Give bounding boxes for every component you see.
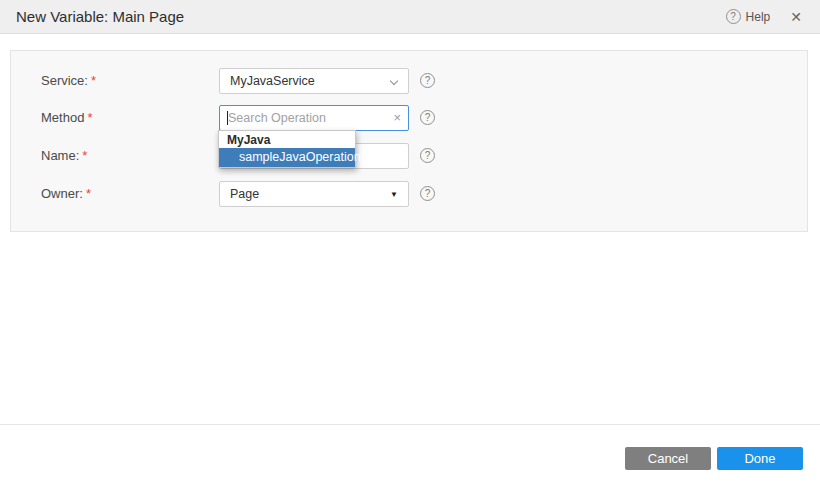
cancel-button[interactable]: Cancel xyxy=(625,447,711,470)
name-help-icon[interactable]: ? xyxy=(420,148,435,163)
form-row-method: Method* × ? xyxy=(11,105,807,131)
help-button[interactable]: ? Help xyxy=(726,9,771,24)
help-icon: ? xyxy=(726,9,741,24)
form-panel: Service:* MyJavaService ? Method* × ? xyxy=(10,50,808,232)
form-row-service: Service:* MyJavaService ? xyxy=(11,68,807,94)
method-options-dropdown: MyJava sampleJavaOperation xyxy=(218,130,356,168)
required-marker: * xyxy=(86,186,91,201)
name-label: Name:* xyxy=(41,143,87,169)
service-select-value: MyJavaService xyxy=(230,74,315,88)
owner-label: Owner:* xyxy=(41,181,91,207)
done-button[interactable]: Done xyxy=(717,447,803,470)
chevron-down-icon xyxy=(390,77,398,85)
form-row-name: Name:* ? xyxy=(11,143,807,169)
dropdown-group-label: MyJava xyxy=(219,131,355,148)
service-select[interactable]: MyJavaService xyxy=(219,68,409,94)
clear-search-icon[interactable]: × xyxy=(393,110,401,126)
form-row-owner: Owner:* Page ▼ ? xyxy=(11,181,807,207)
dropdown-option-selected[interactable]: sampleJavaOperation xyxy=(219,148,355,167)
dropdown-arrow-icon: ▼ xyxy=(390,190,398,199)
required-marker: * xyxy=(91,73,96,88)
method-label: Method* xyxy=(41,105,92,131)
owner-select[interactable]: Page ▼ xyxy=(219,181,409,207)
owner-help-icon[interactable]: ? xyxy=(420,186,435,201)
method-search-input[interactable] xyxy=(219,105,409,131)
header-actions: ? Help ✕ xyxy=(726,7,806,27)
new-variable-dialog: New Variable: Main Page ? Help ✕ Service… xyxy=(0,0,820,486)
close-icon[interactable]: ✕ xyxy=(786,7,806,27)
service-help-icon[interactable]: ? xyxy=(420,73,435,88)
help-label: Help xyxy=(746,10,771,24)
text-caret xyxy=(227,111,228,125)
service-label: Service:* xyxy=(41,68,96,94)
method-help-icon[interactable]: ? xyxy=(420,110,435,125)
dialog-title: New Variable: Main Page xyxy=(16,8,184,25)
dialog-header: New Variable: Main Page ? Help ✕ xyxy=(0,0,820,34)
footer-divider xyxy=(0,424,820,425)
owner-select-value: Page xyxy=(230,187,259,201)
required-marker: * xyxy=(82,148,87,163)
required-marker: * xyxy=(87,110,92,125)
